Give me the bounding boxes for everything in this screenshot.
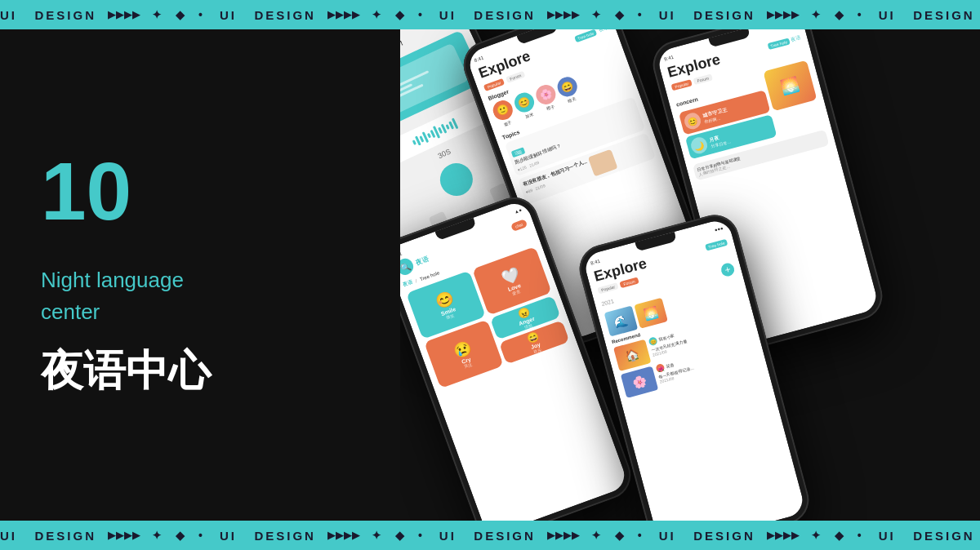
avatar: 🌸 <box>533 82 559 108</box>
avatar: 🙂 <box>490 98 515 123</box>
ticker-item: UI DESIGN ▶▶▶▶ ✦ ◆ • <box>879 529 980 543</box>
rec-thumb-2: 🌸 <box>621 366 658 398</box>
star-icon: ✦ <box>372 8 384 21</box>
forum-tab[interactable]: Forum <box>506 71 525 83</box>
ticker-item: UI DESIGN ▶▶▶▶ ✦ ◆ • <box>220 8 425 22</box>
ticker-text: UI DESIGN <box>659 529 755 543</box>
time: 8:41 <box>474 55 484 64</box>
rec-thumb-1: 🏠 <box>613 339 651 371</box>
slash: / <box>415 278 418 283</box>
dot-icon: • <box>858 8 864 21</box>
blogger-name: 加米 <box>524 112 533 119</box>
star-icon: ✦ <box>152 8 164 21</box>
year-display: 2021 <box>601 298 615 307</box>
photo-2: 🌅 <box>634 298 668 329</box>
topic-image <box>588 149 618 177</box>
treehole-label: Tree hole <box>419 270 440 282</box>
rec-user-avatar: 🌺 <box>655 363 665 373</box>
star-icon: ✦ <box>811 529 823 542</box>
popular-tab[interactable]: Popular <box>671 79 693 91</box>
ticker-text: UI DESIGN <box>0 529 96 543</box>
project-number: 10 <box>41 150 359 232</box>
star-icon: ✦ <box>811 8 823 21</box>
diamond-icon: ◆ <box>835 529 846 542</box>
photo-1: 🌊 <box>604 306 639 337</box>
bottom-ticker-scroll: UI DESIGN ▶▶▶▶ ✦ ◆ • UI DESIGN ▶▶▶▶ ✦ ◆ … <box>0 529 980 543</box>
date: 21/09 <box>535 183 546 191</box>
star-icon: ✦ <box>372 529 384 542</box>
blogger-item: 😄 晴天 <box>555 74 581 105</box>
diamond-icon: ◆ <box>176 8 187 21</box>
mood-grid: 😊 Smile 微笑 🤍 Love 爱意 😢 Cry 哭泣 <box>406 246 569 388</box>
star-icon: ✦ <box>591 8 604 21</box>
diamond-icon: ◆ <box>835 8 846 21</box>
dot-icon: • <box>638 8 644 21</box>
arrows-icon: ▶▶▶▶ <box>767 9 800 20</box>
time: 9:41 <box>664 55 675 62</box>
blogger-name: 橙子 <box>546 104 555 111</box>
dot-icon: • <box>418 529 425 542</box>
ticker-text: UI DESIGN <box>220 529 316 543</box>
rec-username: 花香 <box>665 362 674 369</box>
ticker-scroll: UI DESIGN ▶▶▶▶ ✦ ◆ • UI DESIGN ▶▶▶▶ ✦ ◆ … <box>0 8 980 22</box>
ticker-text: UI DESIGN <box>439 529 536 543</box>
bottom-ticker-bar: UI DESIGN ▶▶▶▶ ✦ ◆ • UI DESIGN ▶▶▶▶ ✦ ◆ … <box>0 521 980 550</box>
dot-icon: • <box>638 529 644 542</box>
ticker-item: UI DESIGN ▶▶▶▶ ✦ ◆ • <box>439 8 644 22</box>
ticker-item: UI DESIGN ▶▶▶▶ ✦ ◆ • <box>0 8 205 22</box>
date: 21/09 <box>528 160 540 168</box>
views: ♥89 <box>525 188 533 195</box>
user-avatar: 🌙 <box>689 135 709 155</box>
tagline-chinese: 夜语中心 <box>41 343 359 400</box>
user-avatar: 😊 <box>683 111 702 131</box>
signal: ▲● <box>514 207 523 215</box>
diamond-icon: ◆ <box>395 8 407 21</box>
app-logo: 夜语 <box>414 254 430 267</box>
rec-username: 我有个家 <box>658 333 675 342</box>
treehole-badge: Tree hole <box>705 238 728 251</box>
star-icon: ✦ <box>152 529 164 542</box>
search-icon[interactable]: 🔍 <box>400 256 416 277</box>
signal: ●●● <box>714 225 724 233</box>
add-button[interactable]: + <box>719 262 736 278</box>
ticker-item: UI DESIGN ▶▶▶▶ ✦ ◆ • <box>659 8 864 22</box>
ticker-text: UI DESIGN <box>659 8 755 22</box>
treehole-badge: Tree hole <box>768 38 791 50</box>
dot-icon: • <box>198 529 205 542</box>
chat-button[interactable]: chat <box>510 219 528 232</box>
top-ticker-bar: UI DESIGN ▶▶▶▶ ✦ ◆ • UI DESIGN ▶▶▶▶ ✦ ◆ … <box>0 0 980 29</box>
time: 8:41 <box>590 259 601 266</box>
ticker-text: UI DESIGN <box>439 8 536 22</box>
ticker-item: UI DESIGN ▶▶▶▶ ✦ ◆ • <box>879 8 980 22</box>
avatar: 😊 <box>512 90 537 115</box>
diamond-icon: ◆ <box>615 8 626 21</box>
forum-tab[interactable]: Forum <box>620 277 639 289</box>
dot-icon: • <box>858 529 864 542</box>
record-button[interactable] <box>434 157 478 201</box>
arrows-icon: ▶▶▶▶ <box>327 9 360 20</box>
left-panel: 10 Night language center 夜语中心 <box>0 29 400 521</box>
ticker-item: UI DESIGN ▶▶▶▶ ✦ ◆ • <box>220 529 425 543</box>
main-content: 10 Night language center 夜语中心 9:41 ●●● ‹… <box>0 29 980 521</box>
arrows-icon: ▶▶▶▶ <box>108 9 140 20</box>
arrows-icon: ▶▶▶▶ <box>327 530 360 541</box>
arrows-icon: ▶▶▶▶ <box>547 530 580 541</box>
forum-tab[interactable]: Forum <box>693 74 713 86</box>
ticker-item: UI DESIGN ▶▶▶▶ ✦ ◆ • <box>659 529 864 543</box>
blogger-name: 栗子 <box>503 120 512 127</box>
blogger-name: 晴天 <box>568 96 577 104</box>
ticker-item: UI DESIGN ▶▶▶▶ ✦ ◆ • <box>0 529 205 543</box>
ticker-item: UI DESIGN ▶▶▶▶ ✦ ◆ • <box>439 529 644 543</box>
rec-user-avatar: 😊 <box>648 336 658 346</box>
views: ♥125 <box>517 165 528 173</box>
dot-icon: • <box>198 8 205 21</box>
landscape-image: 🌅 <box>763 60 817 112</box>
ticker-text: UI DESIGN <box>220 8 316 22</box>
arrows-icon: ▶▶▶▶ <box>547 9 580 20</box>
treehole-badge: Tree hole <box>574 29 597 42</box>
ticker-text: UI DESIGN <box>0 8 96 22</box>
tagline-english: Night language center <box>41 264 359 328</box>
concern-label: concern <box>675 96 698 108</box>
avatar: 😄 <box>555 74 580 100</box>
time: 8:41 <box>400 251 403 259</box>
